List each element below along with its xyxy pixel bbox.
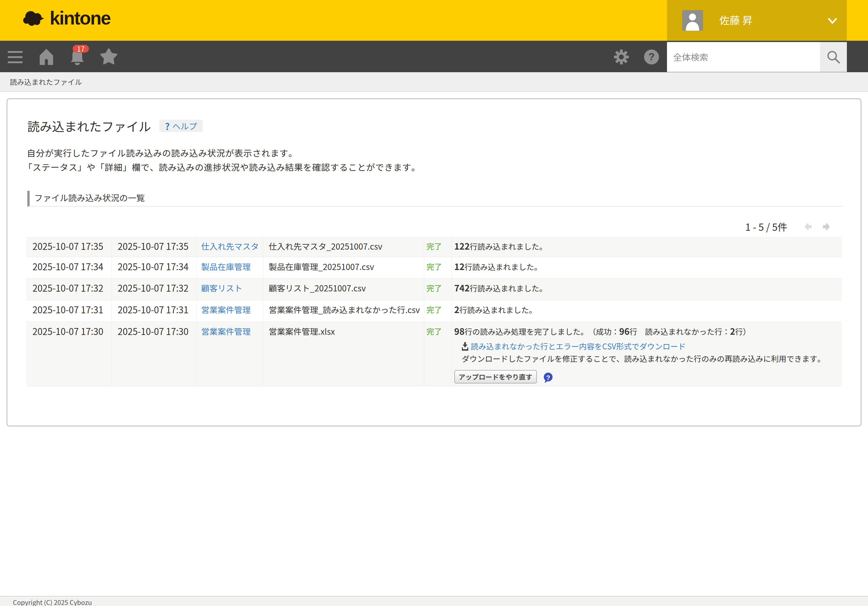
svg-text:?: ? [546,374,550,382]
svg-text:?: ? [648,51,655,62]
